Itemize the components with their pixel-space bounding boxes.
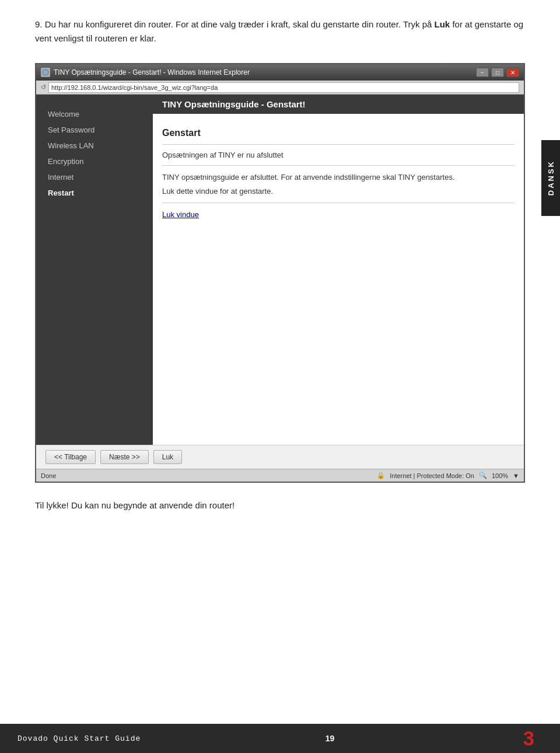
intro-paragraph: 9. Du har nu konfigureret din router. Fo… [0,0,560,57]
page-footer: Dovado Quick Start Guide 19 3 [0,724,560,753]
svg-text:3: 3 [523,727,534,749]
description-line2: Luk dette vindue for at genstarte. [162,186,514,197]
status-security: Internet | Protected Mode: On [390,472,474,479]
browser-title: TINY Opsætningsguide - Genstart! - Windo… [54,68,250,76]
luk-button[interactable]: Luk [153,450,182,464]
naeste-button[interactable]: Næste >> [100,450,149,464]
nav-item-restart[interactable]: Restart [36,185,153,201]
back-icon[interactable]: ↺ [41,83,46,91]
status-bar-right: 🔒 Internet | Protected Mode: On 🔍 100% ▼ [377,472,519,479]
bottom-text-paragraph: Til lykke! Du kan nu begynde at anvende … [0,483,560,522]
divider-2 [162,165,514,166]
divider-3 [162,203,514,203]
status-zoom: 100% [492,472,508,479]
svg-point-0 [43,69,48,75]
status-text: Opsætningen af TINY er nu afsluttet [162,151,514,159]
dansk-label: DANSK [547,160,555,196]
title-bar: TINY Opsætningsguide - Genstart! - Windo… [36,64,524,81]
page-header: TINY Opsætningsguide - Genstart! [153,95,524,114]
title-bar-left: TINY Opsætningsguide - Genstart! - Windo… [41,68,250,77]
browser-footer: << Tilbage Næste >> Luk [36,445,524,469]
section-title: Genstart [162,128,514,138]
main-inner: Genstart Opsætningen af TINY er nu afslu… [153,123,524,224]
nav-item-welcome[interactable]: Welcome [36,106,153,122]
nav-sidebar: Welcome Set Password Wireless LAN Encryp… [36,95,153,445]
description-line1: TINY opsætningsguide er afsluttet. For a… [162,172,514,183]
luk-bold: Luk [435,19,450,29]
restore-button[interactable]: □ [491,68,504,77]
nav-item-internet[interactable]: Internet [36,169,153,185]
status-done: Done [41,472,56,479]
logo-3-icon: 3 [519,727,542,750]
step-number: 9. [35,19,43,29]
nav-item-wireless[interactable]: Wireless LAN [36,138,153,154]
footer-title: Dovado Quick Start Guide [18,734,141,743]
nav-item-password[interactable]: Set Password [36,122,153,138]
close-button[interactable]: ✕ [506,68,519,77]
browser-content: Welcome Set Password Wireless LAN Encryp… [36,95,524,445]
footer-page-number: 19 [326,734,335,743]
luk-vindue-link[interactable]: Luk vindue [162,210,514,219]
main-content-area: TINY Opsætningsguide - Genstart! Genstar… [153,95,524,445]
divider-1 [162,144,514,145]
title-bar-buttons: − □ ✕ [476,68,519,77]
address-input[interactable] [48,82,519,93]
status-lock-icon: 🔒 [377,472,385,479]
bottom-text: Til lykke! Du kan nu begynde at anvende … [35,500,235,510]
tilbage-button[interactable]: << Tilbage [46,450,96,464]
dansk-tab: DANSK [541,140,560,216]
status-zoom-icon: 🔍 [479,472,487,479]
browser-window: TINY Opsætningsguide - Genstart! - Windo… [35,63,525,483]
intro-text: Du har nu konfigureret din router. For a… [45,19,432,29]
minimize-button[interactable]: − [476,68,489,77]
browser-icon [41,68,50,77]
status-bar: Done 🔒 Internet | Protected Mode: On 🔍 1… [36,469,524,482]
status-arrow: ▼ [513,472,519,479]
address-bar: ↺ [36,81,524,95]
nav-item-encryption[interactable]: Encryption [36,154,153,169]
